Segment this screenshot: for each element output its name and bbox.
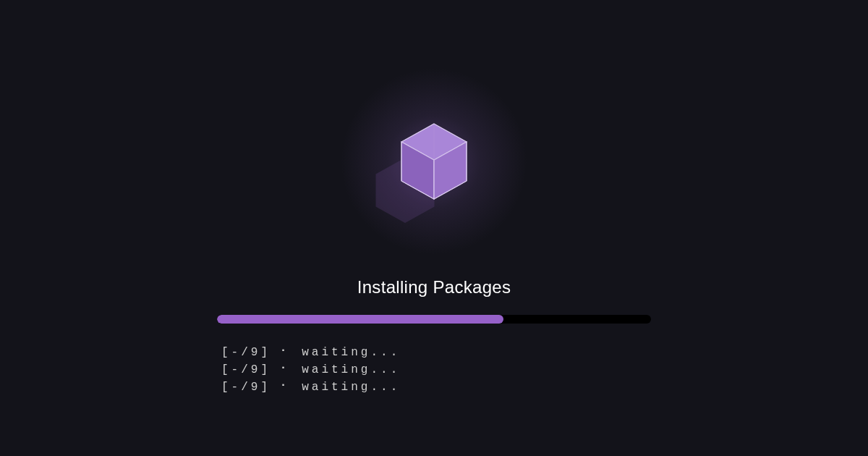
progress-bar <box>217 315 651 324</box>
log-output: [-/9] ⠂ waiting... [-/9] ⠂ waiting... [-… <box>217 344 651 396</box>
progress-fill <box>217 315 503 324</box>
log-line: [-/9] ⠂ waiting... <box>221 361 651 379</box>
log-line: [-/9] ⠂ waiting... <box>221 379 651 396</box>
logo-container <box>333 60 535 263</box>
log-line: [-/9] ⠂ waiting... <box>221 344 651 361</box>
cube-icon <box>394 118 474 205</box>
install-title: Installing Packages <box>357 277 511 297</box>
